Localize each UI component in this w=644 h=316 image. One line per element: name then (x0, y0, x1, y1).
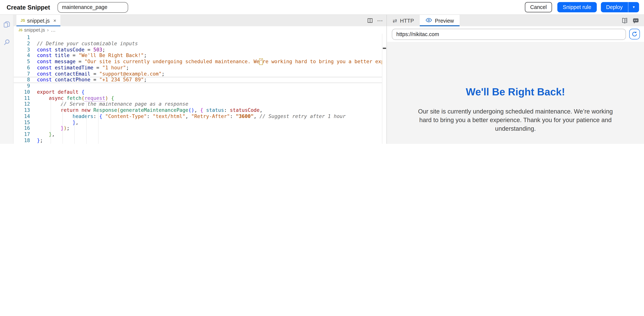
search-icon[interactable] (2, 38, 10, 48)
files-icon[interactable] (2, 21, 10, 30)
code-line[interactable]: 1 (14, 35, 387, 41)
tab-label: snippet.js (27, 18, 50, 24)
line-number: 12 (14, 101, 37, 107)
line-number: 18 (14, 138, 37, 144)
line-number: 17 (14, 132, 37, 138)
preview-url-bar (387, 26, 644, 42)
split-editor-icon[interactable] (367, 18, 373, 24)
preview-tab-bar: ⇄ HTTP Preview (387, 15, 644, 26)
code-editor[interactable]: 12// Define your customizable inputs3con… (14, 34, 387, 144)
code-line[interactable]: 7const contactEmail = "support@example.c… (14, 71, 387, 77)
code-line[interactable]: 5const message = "Our site is currently … (14, 59, 387, 65)
code-line[interactable]: 15 }, (14, 120, 387, 125)
line-number: 3 (14, 47, 37, 53)
javascript-file-icon: JS (20, 19, 25, 23)
editor-scrollbar[interactable] (382, 34, 386, 144)
code-line[interactable]: 9 (14, 83, 387, 89)
preview-viewport: We'll Be Right Back! Our site is current… (387, 42, 644, 144)
refresh-button[interactable] (629, 29, 640, 40)
deploy-dropdown-button[interactable]: ▼ (628, 6, 639, 9)
line-number: 15 (14, 120, 37, 125)
page-title: Create Snippet (6, 4, 50, 11)
line-number: 13 (14, 107, 37, 113)
code-line[interactable]: 8const contactPhone = "+1 234 567 89"; (14, 77, 387, 83)
tab-snippet-js[interactable]: JS snippet.js × (16, 15, 60, 26)
line-number: 11 (14, 95, 37, 101)
line-number: 9 (14, 83, 37, 89)
breadcrumb-more[interactable]: … (51, 27, 56, 33)
code-line[interactable]: 3const statusCode = 503; (14, 47, 387, 53)
code-line[interactable]: 2// Define your customizable inputs (14, 41, 387, 47)
code-line[interactable]: 11 async fetch(request) { (14, 95, 387, 101)
line-number: 6 (14, 65, 37, 71)
editor-column: JS snippet.js × ⋯ JS (14, 15, 387, 144)
code-line[interactable]: 13 return new Response(generateMaintenan… (14, 107, 387, 113)
line-number: 4 (14, 53, 37, 59)
close-tab-icon[interactable]: × (54, 18, 56, 24)
maintenance-heading: We'll Be Right Back! (417, 86, 614, 98)
code-line[interactable]: 12 // Serve the maintenance page as a re… (14, 101, 387, 107)
cancel-button[interactable]: Cancel (525, 2, 552, 12)
scrollbar-decoration (383, 48, 386, 49)
code-line[interactable]: 18}; (14, 138, 387, 144)
code-line[interactable]: 6const estimatedTime = "1 hour"; (14, 65, 387, 71)
tab-preview[interactable]: Preview (420, 15, 460, 26)
code-line[interactable]: 17 }, (14, 132, 387, 138)
breadcrumb-file[interactable]: snippet.js (24, 27, 45, 33)
line-number: 14 (14, 113, 37, 119)
line-number: 7 (14, 71, 37, 77)
maintenance-page: We'll Be Right Back! Our site is current… (417, 86, 614, 144)
url-input[interactable] (392, 29, 626, 40)
deploy-button[interactable]: Deploy (601, 4, 628, 10)
maintenance-message: Our site is currently undergoing schedul… (417, 107, 614, 133)
breadcrumb[interactable]: JS snippet.js › … (14, 26, 387, 34)
line-number: 8 (14, 77, 37, 83)
line-number: 5 (14, 59, 37, 65)
preview-panel: ⇄ HTTP Preview (386, 15, 644, 144)
create-snippet-window: Create Snippet Cancel Snippet rule Deplo… (0, 0, 644, 144)
javascript-file-icon: JS (18, 28, 22, 32)
snippet-rule-button[interactable]: Snippet rule (558, 2, 597, 12)
editor-region: ⚙ JS snippet.js × (0, 15, 386, 144)
snippet-name-input[interactable] (57, 2, 128, 13)
line-number: 10 (14, 89, 37, 95)
http-arrows-icon: ⇄ (393, 18, 397, 24)
tab-http[interactable]: ⇄ HTTP (387, 15, 420, 26)
docs-book-icon[interactable] (622, 18, 628, 24)
deploy-split-button: Deploy ▼ (601, 2, 639, 12)
code-line[interactable]: 16 }); (14, 125, 387, 131)
top-bar: Create Snippet Cancel Snippet rule Deplo… (0, 0, 644, 15)
line-number: 2 (14, 41, 37, 47)
breadcrumb-separator: › (47, 27, 49, 33)
more-actions-icon[interactable]: ⋯ (377, 17, 383, 24)
activity-bar: ⚙ (0, 15, 14, 144)
eye-icon (426, 18, 432, 24)
code-lines: 12// Define your customizable inputs3con… (14, 35, 387, 144)
discord-chat-icon[interactable] (632, 18, 639, 24)
code-line[interactable]: 10export default { (14, 89, 387, 95)
line-number: 16 (14, 125, 37, 131)
code-line[interactable]: 4const title = "We'll Be Right Back!"; (14, 53, 387, 59)
editor-tab-bar: JS snippet.js × ⋯ (14, 15, 387, 26)
code-line[interactable]: 14 headers: { "Content-Type": "text/html… (14, 113, 387, 119)
line-number: 1 (14, 35, 37, 41)
